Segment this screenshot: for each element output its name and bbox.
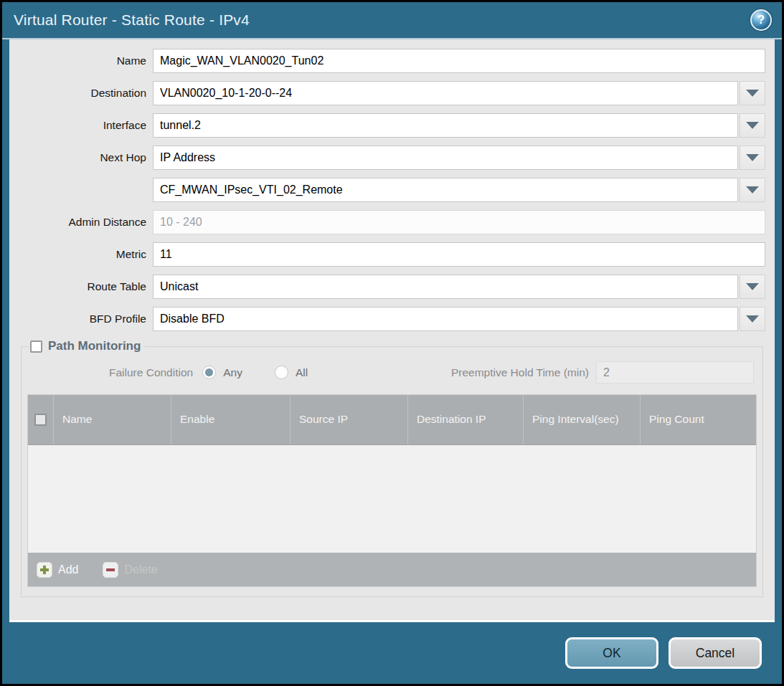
metric-row: Metric xyxy=(9,242,765,267)
table-header-ping-count[interactable]: Ping Count xyxy=(641,395,756,444)
next-hop-dropdown-button[interactable] xyxy=(740,146,765,170)
chevron-down-icon xyxy=(746,186,759,194)
failure-condition-all-option: All xyxy=(275,366,308,379)
title-bar: Virtual Router - Static Route - IPv4 ? xyxy=(2,2,782,39)
route-table-input[interactable] xyxy=(153,275,738,299)
next-hop-address-row xyxy=(9,178,765,202)
failure-condition-label: Failure Condition xyxy=(109,366,193,379)
interface-row: Interface xyxy=(9,113,765,138)
admin-distance-input[interactable] xyxy=(153,210,765,234)
dialog-footer: OK Cancel xyxy=(2,622,782,684)
table-header-checkbox-cell xyxy=(28,395,54,444)
radio-all-label: All xyxy=(296,366,308,379)
name-input[interactable] xyxy=(153,49,765,73)
failure-condition-row: Failure Condition Any All Preemptive Hol… xyxy=(27,361,754,384)
next-hop-row: Next Hop xyxy=(9,146,765,170)
name-label: Name xyxy=(9,54,153,67)
question-mark-glyph: ? xyxy=(757,13,765,27)
add-button[interactable]: Add xyxy=(37,562,78,578)
chevron-down-icon xyxy=(746,90,759,97)
bfd-profile-dropdown-button[interactable] xyxy=(740,307,765,331)
bfd-profile-label: BFD Profile xyxy=(9,313,153,325)
dialog-content: Name Destination Interface xyxy=(9,39,775,622)
chevron-down-icon xyxy=(746,154,759,161)
minus-icon xyxy=(103,562,118,578)
name-row: Name xyxy=(9,49,765,73)
help-icon[interactable]: ? xyxy=(750,9,772,31)
next-hop-label: Next Hop xyxy=(9,151,153,164)
interface-label: Interface xyxy=(9,119,153,132)
failure-condition-any-option: Any xyxy=(202,366,242,379)
bfd-profile-row: BFD Profile xyxy=(9,307,765,331)
select-all-checkbox[interactable] xyxy=(34,414,47,426)
destination-row: Destination xyxy=(9,81,765,105)
interface-dropdown-button[interactable] xyxy=(740,113,765,138)
table-header-source-ip[interactable]: Source IP xyxy=(291,395,408,444)
path-monitoring-checkbox[interactable] xyxy=(30,340,42,353)
bfd-profile-input[interactable] xyxy=(153,307,738,331)
delete-button-label: Delete xyxy=(124,563,157,576)
path-monitoring-table: Name Enable Source IP Destination IP Pin… xyxy=(27,394,757,587)
table-header-row: Name Enable Source IP Destination IP Pin… xyxy=(28,395,756,445)
preemptive-hold-time-input[interactable] xyxy=(596,361,754,384)
delete-button[interactable]: Delete xyxy=(103,562,157,578)
destination-dropdown-button[interactable] xyxy=(740,81,765,105)
path-monitoring-label: Path Monitoring xyxy=(48,339,141,353)
route-table-dropdown-button[interactable] xyxy=(740,275,765,299)
add-button-label: Add xyxy=(58,563,78,576)
table-header-destination-ip[interactable]: Destination IP xyxy=(408,395,524,444)
route-table-row: Route Table xyxy=(9,275,765,299)
path-monitoring-section: Path Monitoring Failure Condition Any Al… xyxy=(21,339,763,597)
metric-label: Metric xyxy=(9,248,153,261)
radio-any[interactable] xyxy=(202,366,216,379)
destination-input[interactable] xyxy=(153,81,738,105)
admin-distance-row: Admin Distance xyxy=(9,210,765,234)
chevron-down-icon xyxy=(746,122,759,129)
admin-distance-label: Admin Distance xyxy=(9,216,153,229)
metric-input[interactable] xyxy=(153,242,765,267)
table-header-ping-interval[interactable]: Ping Interval(sec) xyxy=(524,395,641,444)
preemptive-hold-time-label: Preemptive Hold Time (min) xyxy=(451,366,589,379)
dialog-title: Virtual Router - Static Route - IPv4 xyxy=(14,11,250,29)
cancel-button[interactable]: Cancel xyxy=(669,637,762,669)
static-route-dialog: Virtual Router - Static Route - IPv4 ? N… xyxy=(2,2,782,684)
preemptive-hold-time-group: Preemptive Hold Time (min) xyxy=(451,361,754,384)
chevron-down-icon xyxy=(746,315,759,323)
next-hop-type-input[interactable] xyxy=(153,146,738,170)
path-monitoring-legend: Path Monitoring xyxy=(29,339,145,353)
table-header-enable[interactable]: Enable xyxy=(171,395,291,444)
destination-label: Destination xyxy=(9,87,153,100)
interface-input[interactable] xyxy=(153,113,738,138)
radio-all[interactable] xyxy=(275,366,288,379)
chevron-down-icon xyxy=(746,283,759,290)
radio-any-label: Any xyxy=(223,366,242,379)
ok-button[interactable]: OK xyxy=(565,637,658,669)
next-hop-address-input[interactable] xyxy=(153,178,738,202)
table-body-empty xyxy=(28,445,756,553)
next-hop-address-dropdown-button[interactable] xyxy=(740,178,765,202)
plus-icon xyxy=(37,562,52,578)
table-header-name[interactable]: Name xyxy=(54,395,171,444)
route-table-label: Route Table xyxy=(9,280,153,293)
table-toolbar: Add Delete xyxy=(28,553,756,586)
